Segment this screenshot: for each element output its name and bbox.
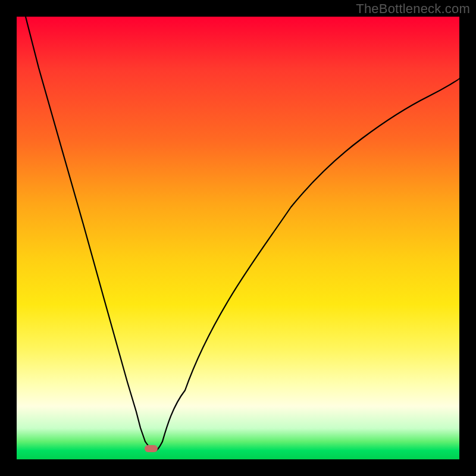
chart-container: TheBottleneck.com	[0, 0, 476, 476]
curve-right-branch	[162, 79, 459, 441]
watermark-text: TheBottleneck.com	[356, 1, 470, 17]
plot-area	[17, 17, 459, 459]
min-marker	[145, 445, 158, 452]
curve-left-branch	[26, 17, 145, 441]
line-plot-svg	[17, 17, 459, 459]
